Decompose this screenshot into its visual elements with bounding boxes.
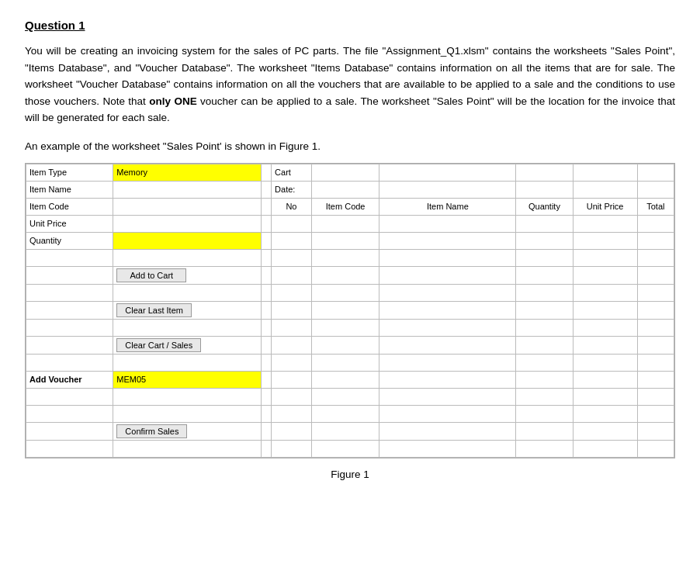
empty-cell — [516, 371, 573, 388]
empty-cell — [26, 319, 113, 336]
clear-cart-cell: Clear Cart / Sales — [113, 336, 262, 354]
empty-cell — [26, 388, 113, 405]
empty-cell — [272, 336, 312, 354]
empty-cell — [261, 181, 271, 198]
empty-cell — [573, 354, 637, 371]
empty-cell — [516, 266, 573, 284]
empty-cell — [379, 232, 516, 249]
empty-cell — [637, 249, 674, 266]
empty-cell — [379, 249, 516, 266]
cart-header-unit-price: Unit Price — [573, 198, 637, 215]
empty-cell — [26, 266, 113, 284]
empty-cell — [637, 164, 674, 181]
empty-cell — [379, 336, 516, 354]
empty-cell — [573, 319, 637, 336]
table-row: Item Code No Item Code Item Name Quantit… — [26, 198, 674, 215]
table-row — [26, 388, 674, 405]
cart-header-no: No — [272, 198, 312, 215]
empty-cell — [516, 164, 573, 181]
add-voucher-input[interactable]: MEM05 — [113, 371, 262, 388]
cart-header-quantity: Quantity — [516, 198, 573, 215]
table-row — [26, 249, 674, 266]
unit-price-input[interactable] — [113, 215, 262, 232]
empty-cell — [261, 388, 271, 405]
item-type-label: Item Type — [26, 164, 113, 181]
empty-cell — [26, 284, 113, 301]
cart-header-total: Total — [637, 198, 674, 215]
table-row: Add Voucher MEM05 — [26, 371, 674, 388]
empty-cell — [516, 405, 573, 422]
empty-cell — [272, 319, 312, 336]
empty-cell — [379, 284, 516, 301]
empty-cell — [311, 440, 379, 457]
empty-cell — [379, 301, 516, 319]
item-name-input[interactable] — [113, 181, 262, 198]
item-type-input[interactable]: Memory — [113, 164, 262, 181]
empty-cell — [261, 422, 271, 440]
empty-cell — [261, 371, 271, 388]
quantity-label: Quantity — [26, 232, 113, 249]
empty-cell — [261, 336, 271, 354]
empty-cell — [26, 301, 113, 319]
empty-cell — [113, 354, 262, 371]
empty-cell — [637, 266, 674, 284]
table-row: Item Name Date: — [26, 181, 674, 198]
add-to-cart-button[interactable]: Add to Cart — [116, 268, 186, 282]
empty-cell — [311, 354, 379, 371]
cart-row-name — [379, 215, 516, 232]
empty-cell — [261, 354, 271, 371]
add-to-cart-cell: Add to Cart — [113, 266, 262, 284]
empty-cell — [573, 249, 637, 266]
table-row: Clear Cart / Sales — [26, 336, 674, 354]
empty-cell — [516, 301, 573, 319]
empty-cell — [573, 405, 637, 422]
empty-cell — [311, 336, 379, 354]
empty-cell — [573, 301, 637, 319]
confirm-sales-button[interactable]: Confirm Sales — [116, 424, 187, 438]
empty-cell — [272, 266, 312, 284]
empty-cell — [573, 232, 637, 249]
empty-cell — [261, 232, 271, 249]
empty-cell — [379, 388, 516, 405]
item-name-label: Item Name — [26, 181, 113, 198]
empty-cell — [311, 422, 379, 440]
empty-cell — [311, 405, 379, 422]
empty-cell — [261, 284, 271, 301]
table-row: Clear Last Item — [26, 301, 674, 319]
empty-cell — [272, 232, 312, 249]
empty-cell — [26, 405, 113, 422]
cart-header-item-name: Item Name — [379, 198, 516, 215]
quantity-input[interactable] — [113, 232, 262, 249]
empty-cell — [637, 354, 674, 371]
empty-cell — [637, 336, 674, 354]
empty-cell — [272, 422, 312, 440]
question-title: Question 1 — [25, 19, 675, 32]
cart-row-code — [311, 215, 379, 232]
cart-header-item-code: Item Code — [311, 198, 379, 215]
empty-cell — [272, 371, 312, 388]
clear-last-item-button[interactable]: Clear Last Item — [116, 303, 192, 317]
empty-cell — [26, 249, 113, 266]
cart-row-total — [637, 215, 674, 232]
empty-cell — [637, 319, 674, 336]
empty-cell — [516, 336, 573, 354]
spreadsheet-table: Item Type Memory Cart Item Name Date: It… — [26, 164, 674, 458]
item-code-input[interactable] — [113, 198, 262, 215]
description-bold: only ONE — [149, 95, 196, 107]
empty-cell — [516, 232, 573, 249]
empty-cell — [637, 232, 674, 249]
empty-cell — [311, 388, 379, 405]
empty-cell — [272, 405, 312, 422]
empty-cell — [573, 336, 637, 354]
table-row: Unit Price — [26, 215, 674, 232]
empty-cell — [573, 266, 637, 284]
empty-cell — [311, 164, 379, 181]
empty-cell — [261, 301, 271, 319]
empty-cell — [113, 284, 262, 301]
item-code-label: Item Code — [26, 198, 113, 215]
empty-cell — [261, 440, 271, 457]
table-row — [26, 284, 674, 301]
empty-cell — [637, 388, 674, 405]
clear-cart-sales-button[interactable]: Clear Cart / Sales — [116, 338, 201, 352]
empty-cell — [637, 284, 674, 301]
